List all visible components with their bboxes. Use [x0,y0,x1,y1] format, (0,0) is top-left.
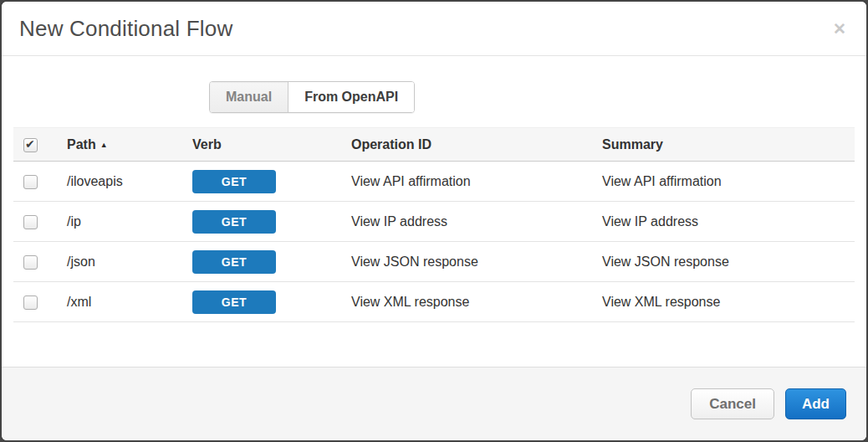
dialog-body: Manual From OpenAPI Path▲ Verb Operation… [2,56,866,367]
add-button[interactable]: Add [785,388,846,419]
table-row: /iloveapis GET View API affirmation View… [13,162,855,202]
path-cell: /ip [55,202,181,242]
cancel-button[interactable]: Cancel [691,388,774,419]
table-row: /xml GET View XML response View XML resp… [13,282,855,322]
summary-cell: View IP address [590,202,855,242]
verb-badge: GET [192,210,276,234]
verb-badge: GET [192,250,276,274]
operation-id-cell: View IP address [340,202,590,242]
column-header-operation-id[interactable]: Operation ID [340,128,590,162]
summary-cell: View JSON response [590,242,855,282]
select-all-checkbox[interactable] [23,138,38,152]
tab-from-openapi[interactable]: From OpenAPI [288,82,414,112]
row-checkbox[interactable] [23,296,38,310]
table-row: /ip GET View IP address View IP address [13,202,855,242]
operation-id-cell: View API affirmation [340,162,590,202]
summary-cell: View API affirmation [590,162,855,202]
verb-badge: GET [192,170,276,193]
flow-source-toggle: Manual From OpenAPI [209,81,415,113]
column-header-verb[interactable]: Verb [181,128,340,162]
table-header-row: Path▲ Verb Operation ID Summary [13,128,855,162]
path-cell: /json [55,242,181,282]
summary-cell: View XML response [590,282,855,322]
sort-ascending-icon: ▲ [100,141,108,149]
column-header-summary[interactable]: Summary [590,128,855,162]
tab-manual[interactable]: Manual [210,82,288,112]
operations-table: Path▲ Verb Operation ID Summary /iloveap… [13,127,855,322]
operation-id-cell: View JSON response [340,242,590,282]
path-cell: /xml [55,282,181,322]
row-checkbox[interactable] [23,215,38,229]
row-checkbox[interactable] [23,255,38,270]
new-conditional-flow-dialog: New Conditional Flow ✕ Manual From OpenA… [0,0,868,442]
dialog-title: New Conditional Flow [19,16,232,42]
operation-id-cell: View XML response [340,282,590,322]
dialog-header: New Conditional Flow ✕ [2,2,866,56]
close-icon[interactable]: ✕ [830,18,850,40]
dialog-footer: Cancel Add [2,367,866,440]
verb-badge: GET [192,290,276,314]
table-row: /json GET View JSON response View JSON r… [13,242,855,282]
column-header-path[interactable]: Path▲ [55,128,181,162]
row-checkbox[interactable] [23,175,38,189]
path-cell: /iloveapis [55,162,181,202]
